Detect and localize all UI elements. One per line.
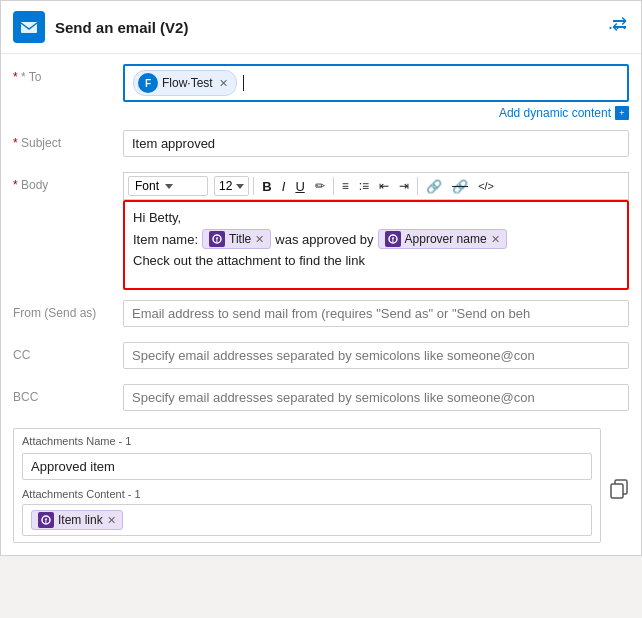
email-card: Send an email (V2) ··· ⇄ * * To F Flow·T… bbox=[0, 0, 642, 556]
cc-input[interactable] bbox=[123, 342, 629, 369]
item-link-token[interactable]: f Item link ✕ bbox=[31, 510, 123, 530]
tag-name: Flow·Test bbox=[162, 76, 213, 90]
italic-button[interactable]: I bbox=[278, 177, 290, 196]
swap-icon[interactable]: ⇄ bbox=[612, 13, 627, 35]
bcc-field-row: BCC bbox=[13, 384, 629, 416]
body-field-row: * Body Font 12 bbox=[13, 172, 629, 290]
from-input[interactable] bbox=[123, 300, 629, 327]
item-link-token-icon: f bbox=[38, 512, 54, 528]
subject-field-control bbox=[123, 130, 629, 157]
unordered-list-button[interactable]: ≡ bbox=[338, 177, 353, 195]
card-title: Send an email (V2) bbox=[55, 19, 598, 36]
indent-left-button[interactable]: ⇤ bbox=[375, 177, 393, 195]
toolbar-separator-3 bbox=[417, 177, 418, 195]
email-app-icon bbox=[13, 11, 45, 43]
attachments-name-label: Attachments Name - 1 bbox=[22, 435, 592, 447]
toolbar-separator-1 bbox=[253, 177, 254, 195]
body-label: * Body bbox=[13, 172, 123, 192]
code-button[interactable]: </> bbox=[474, 178, 498, 194]
item-link-token-label: Item link bbox=[58, 513, 103, 527]
title-token-label: Title bbox=[229, 232, 251, 246]
attachments-content-box[interactable]: f Item link ✕ bbox=[22, 504, 592, 536]
item-link-token-remove[interactable]: ✕ bbox=[107, 514, 116, 527]
to-field-row: * * To F Flow·Test ✕ Add dynamic content… bbox=[13, 64, 629, 120]
cc-field-row: CC bbox=[13, 342, 629, 374]
font-label: Font bbox=[135, 179, 159, 193]
indent-right-button[interactable]: ⇥ bbox=[395, 177, 413, 195]
bcc-label: BCC bbox=[13, 384, 123, 404]
body-editor[interactable]: Hi Betty, Item name: f Title ✕ was appro… bbox=[123, 200, 629, 290]
svg-rect-9 bbox=[611, 484, 623, 498]
body-check-text: Check out the attachment to find the lin… bbox=[133, 253, 365, 268]
body-field-control: Font 12 B I U bbox=[123, 172, 629, 290]
attachments-content-label: Attachments Content - 1 bbox=[22, 488, 592, 500]
bold-button[interactable]: B bbox=[258, 177, 275, 196]
title-token-icon: f bbox=[209, 231, 225, 247]
tag-remove-button[interactable]: ✕ bbox=[219, 77, 228, 90]
attachments-header: Attachments Name - 1 Attachments Content… bbox=[13, 428, 629, 543]
highlight-button[interactable]: ✏ bbox=[311, 177, 329, 195]
attachments-box: Attachments Name - 1 Attachments Content… bbox=[13, 428, 601, 543]
font-chevron-icon bbox=[165, 184, 173, 189]
to-tag[interactable]: F Flow·Test ✕ bbox=[133, 70, 237, 96]
approver-token-remove[interactable]: ✕ bbox=[491, 233, 500, 246]
approver-token-icon: f bbox=[385, 231, 401, 247]
link-button[interactable]: 🔗 bbox=[422, 177, 446, 196]
copy-button[interactable] bbox=[609, 473, 629, 499]
cc-label: CC bbox=[13, 342, 123, 362]
card-header: Send an email (V2) ··· ⇄ bbox=[1, 1, 641, 54]
title-token[interactable]: f Title ✕ bbox=[202, 229, 271, 249]
copy-icon bbox=[609, 479, 629, 499]
font-selector[interactable]: Font bbox=[128, 176, 208, 196]
dynamic-content-icon: + bbox=[615, 106, 629, 120]
to-field-control: F Flow·Test ✕ Add dynamic content + bbox=[123, 64, 629, 120]
subject-label: * Subject bbox=[13, 130, 123, 150]
to-label: * * To bbox=[13, 64, 123, 84]
bcc-field-control bbox=[123, 384, 629, 411]
tag-avatar: F bbox=[138, 73, 158, 93]
approved-by-text: was approved by bbox=[275, 232, 373, 247]
title-token-remove[interactable]: ✕ bbox=[255, 233, 264, 246]
cc-field-control bbox=[123, 342, 629, 369]
font-size-value: 12 bbox=[219, 179, 232, 193]
input-cursor bbox=[243, 75, 244, 91]
approver-token[interactable]: f Approver name ✕ bbox=[378, 229, 507, 249]
card-body: * * To F Flow·Test ✕ Add dynamic content… bbox=[1, 64, 641, 555]
bcc-input[interactable] bbox=[123, 384, 629, 411]
to-input-box[interactable]: F Flow·Test ✕ bbox=[123, 64, 629, 102]
font-size-selector[interactable]: 12 bbox=[214, 176, 249, 196]
subject-field-row: * Subject bbox=[13, 130, 629, 162]
from-label: From (Send as) bbox=[13, 300, 123, 320]
from-field-row: From (Send as) bbox=[13, 300, 629, 332]
add-dynamic-content-link[interactable]: Add dynamic content + bbox=[499, 106, 629, 120]
ordered-list-button[interactable]: :≡ bbox=[355, 177, 373, 195]
svg-rect-1 bbox=[21, 22, 37, 33]
approver-token-label: Approver name bbox=[405, 232, 487, 246]
body-greeting: Hi Betty, bbox=[133, 210, 181, 225]
dynamic-content-label: Add dynamic content bbox=[499, 106, 611, 120]
body-line-3: Check out the attachment to find the lin… bbox=[133, 253, 619, 268]
from-field-control bbox=[123, 300, 629, 327]
toolbar-separator-2 bbox=[333, 177, 334, 195]
item-name-text: Item name: bbox=[133, 232, 198, 247]
attachments-section: Attachments Name - 1 Attachments Content… bbox=[13, 428, 629, 543]
attachments-name-input[interactable] bbox=[22, 453, 592, 480]
size-chevron-icon bbox=[236, 184, 244, 189]
dynamic-content-link-row: Add dynamic content + bbox=[123, 106, 629, 120]
unlink-button[interactable]: 🔗 bbox=[448, 177, 472, 196]
body-toolbar: Font 12 B I U bbox=[123, 172, 629, 200]
body-line-2: Item name: f Title ✕ was approved by f bbox=[133, 229, 619, 249]
subject-input[interactable] bbox=[123, 130, 629, 157]
underline-button[interactable]: U bbox=[291, 177, 308, 196]
body-line-1: Hi Betty, bbox=[133, 210, 619, 225]
